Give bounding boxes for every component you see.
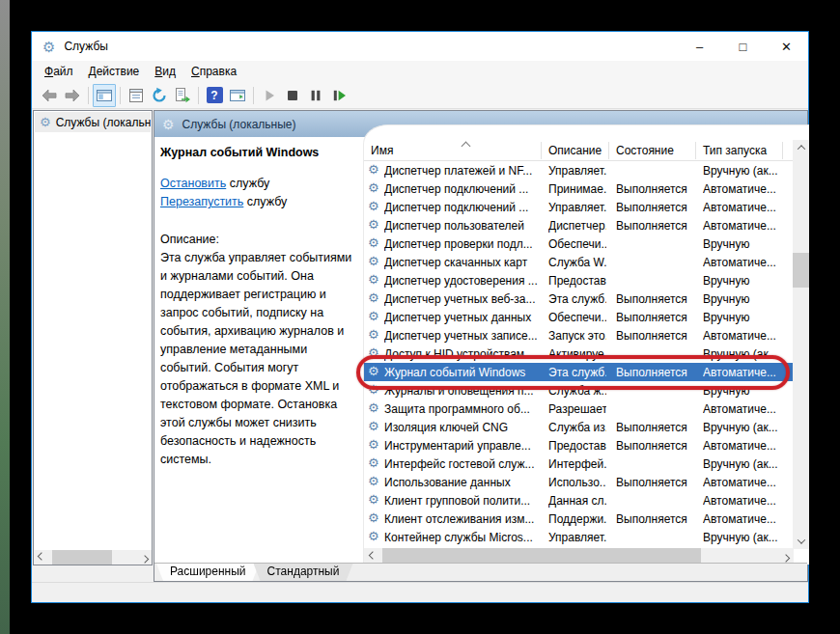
service-startup-cell: Автоматиче... — [703, 366, 792, 379]
toolbar-separator — [253, 87, 254, 104]
desktop-wallpaper-edge — [0, 0, 10, 634]
scroll-down-icon[interactable] — [793, 534, 809, 549]
service-name-cell: Диспетчер скачанных карт — [384, 256, 539, 269]
restart-service-icon[interactable] — [327, 84, 350, 107]
service-row[interactable]: ⚙ Клиент отслеживания изм... Поддержи...… — [364, 510, 794, 528]
service-row[interactable]: ⚙ Использование данных Использо... Выпол… — [364, 473, 794, 491]
scroll-left-icon[interactable] — [34, 550, 48, 565]
stop-service-icon[interactable] — [281, 84, 304, 107]
service-name-cell: Диспетчер проверки подл... — [384, 237, 539, 251]
properties-icon[interactable] — [125, 84, 148, 107]
service-startup-cell: Вручную (ак... — [703, 531, 792, 544]
show-action-pane-icon[interactable] — [226, 84, 249, 107]
list-vscroll-thumb[interactable] — [793, 253, 809, 288]
tree-item-services-local[interactable]: ⚙ Службы (локальные) — [35, 112, 151, 132]
tree-scroll-track[interactable] — [48, 550, 137, 565]
service-row[interactable]: ⚙ Изоляция ключей CNG Служба из... Выпол… — [364, 418, 794, 436]
stop-service-link[interactable]: Остановить — [160, 177, 226, 190]
services-window: ⚙ Службы – □ ✕ Файл Действие Вид Справка — [31, 31, 809, 603]
restart-service-link[interactable]: Перезапустить — [160, 195, 243, 208]
column-header-startup[interactable]: Тип запуска — [703, 144, 767, 157]
service-name-cell: Контейнер службы Micros... — [384, 531, 539, 544]
service-gear-icon: ⚙ — [368, 438, 379, 451]
service-row[interactable]: ⚙ Доступ к HID устройствам Активируе... … — [364, 345, 794, 363]
export-list-icon[interactable] — [171, 84, 194, 107]
back-icon[interactable] — [38, 84, 61, 107]
service-row[interactable]: ⚙ Журнал событий Windows Эта служб... Вы… — [364, 363, 794, 381]
service-row[interactable]: ⚙ Интерфейс гостевой служ... Интерфей...… — [364, 455, 794, 473]
menu-file[interactable]: Файл — [37, 63, 81, 80]
close-button[interactable]: ✕ — [765, 32, 808, 61]
service-startup-cell: Автоматиче... — [703, 219, 792, 233]
service-row[interactable]: ⚙ Журналы и оповещения п... Служба ж... … — [364, 381, 794, 400]
tree-horizontal-scrollbar[interactable] — [34, 550, 152, 565]
tab-extended[interactable]: Расширенный — [156, 564, 260, 581]
tree-scroll-thumb[interactable] — [52, 550, 112, 565]
help-icon[interactable]: ? — [203, 84, 226, 107]
menubar: Файл Действие Вид Справка — [32, 61, 808, 82]
column-header-status[interactable]: Состояние — [616, 144, 674, 157]
service-name-cell: Клиент отслеживания изм... — [384, 512, 539, 526]
toolbar-separator — [198, 87, 199, 104]
service-startup-cell: Вручную (ак... — [703, 421, 792, 434]
column-divider[interactable] — [782, 142, 783, 159]
service-row[interactable]: ⚙ Диспетчер пользователей Диспетчер... В… — [364, 216, 794, 234]
column-divider[interactable] — [541, 142, 542, 159]
service-row[interactable]: ⚙ Диспетчер подключений ... Управляет...… — [364, 198, 794, 216]
titlebar[interactable]: ⚙ Службы – □ ✕ — [32, 32, 808, 61]
service-row[interactable]: ⚙ Диспетчер учетных веб-за... Эта служб.… — [364, 289, 794, 308]
pause-service-icon[interactable] — [304, 84, 327, 107]
menu-action[interactable]: Действие — [81, 63, 148, 80]
service-row[interactable]: ⚙ Диспетчер учетных данных Обеспечи... В… — [364, 308, 794, 326]
service-row[interactable]: ⚙ Диспетчер скачанных карт Служба W... А… — [364, 253, 794, 271]
service-row[interactable]: ⚙ Диспетчер платежей и NF... Управляет..… — [364, 161, 794, 179]
service-startup-cell: Автоматиче... — [703, 256, 792, 269]
service-gear-icon: ⚙ — [368, 273, 379, 286]
service-row[interactable]: ⚙ Диспетчер учетных записе... Запуск это… — [364, 326, 794, 345]
service-row[interactable]: ⚙ Диспетчер удостоверения ... Предостав.… — [364, 271, 794, 289]
column-divider[interactable] — [695, 142, 696, 159]
menu-help[interactable]: Справка — [183, 63, 244, 80]
service-status-cell: Выполняется — [616, 219, 693, 233]
toolbar: ? — [32, 82, 808, 109]
maximize-button[interactable]: □ — [721, 32, 765, 61]
service-startup-cell: Вручную (ак... — [703, 164, 792, 178]
service-status-cell: Выполняется — [616, 311, 693, 324]
column-divider[interactable] — [608, 142, 609, 159]
show-console-tree-icon[interactable] — [93, 84, 116, 107]
service-row[interactable]: ⚙ Диспетчер проверки подл... Обеспечи...… — [364, 234, 794, 253]
service-name-cell: Инструментарий управле... — [384, 439, 539, 453]
column-header-name[interactable]: Имя — [371, 144, 393, 157]
service-startup-cell: Вручную — [703, 274, 792, 288]
start-service-icon[interactable] — [258, 84, 281, 107]
refresh-icon[interactable] — [148, 84, 171, 107]
services-list-panel: Имя Описание Состояние Тип запуска ⚙ Дис… — [363, 124, 809, 565]
service-description-cell: Эта служб... — [548, 292, 606, 306]
tab-standard[interactable]: Стандартный — [254, 564, 353, 581]
service-gear-icon: ⚙ — [368, 475, 379, 487]
stop-service-suffix: службу — [226, 177, 269, 190]
service-row[interactable]: ⚙ Защита программного об... Разрешает...… — [364, 400, 794, 418]
service-description-cell: Служба ж... — [548, 384, 606, 398]
service-gear-icon: ⚙ — [368, 493, 379, 506]
minimize-button[interactable]: – — [678, 32, 721, 61]
service-name-cell: Диспетчер пользователей — [384, 219, 539, 233]
service-startup-cell: Автоматиче... — [703, 201, 792, 214]
service-name-cell: Диспетчер подключений ... — [384, 182, 539, 196]
main-panel: ⚙ Службы (локальные) Журнал событий Wind… — [154, 110, 808, 582]
service-row[interactable]: ⚙ Диспетчер подключений ... Принимае... … — [364, 179, 794, 198]
service-row[interactable]: ⚙ Контейнер службы Micros... Управляет..… — [364, 528, 794, 546]
forward-icon[interactable] — [61, 84, 84, 107]
service-name-cell: Интерфейс гостевой служ... — [384, 457, 539, 471]
service-gear-icon: ⚙ — [368, 530, 379, 542]
service-name-cell: Защита программного об... — [384, 402, 539, 416]
service-row[interactable]: ⚙ Инструментарий управле... Предостав...… — [364, 436, 794, 455]
menu-view[interactable]: Вид — [147, 63, 183, 80]
list-vertical-scrollbar[interactable] — [793, 140, 809, 549]
scroll-right-icon[interactable] — [137, 550, 152, 565]
scroll-up-icon[interactable] — [793, 140, 809, 155]
service-description-cell: Управляет... — [548, 201, 606, 214]
service-row[interactable]: ⚙ Клиент групповой полити... Данная сл..… — [364, 491, 794, 510]
column-header-description[interactable]: Описание — [548, 144, 602, 157]
service-name-cell: Использование данных — [384, 476, 539, 489]
